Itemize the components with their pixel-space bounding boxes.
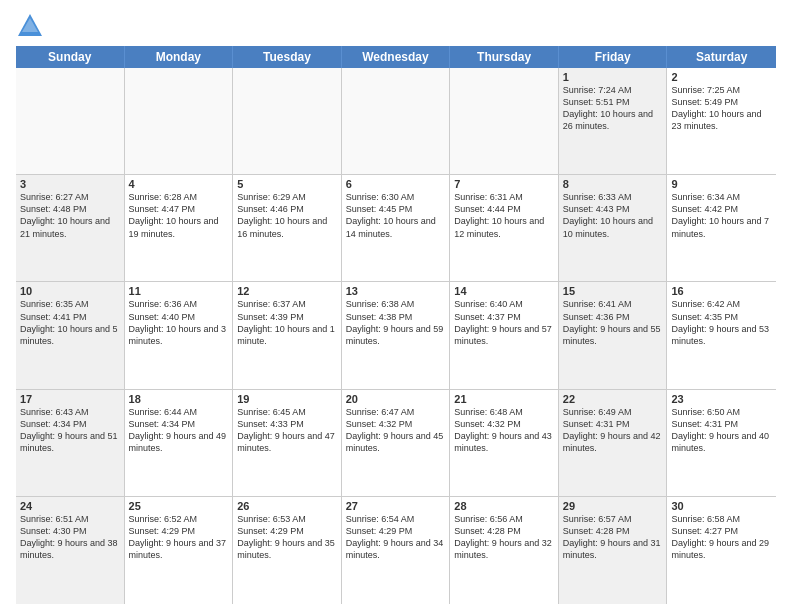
calendar-cell-4-0: 24Sunrise: 6:51 AM Sunset: 4:30 PM Dayli… <box>16 497 125 604</box>
day-number: 10 <box>20 285 120 297</box>
calendar-cell-3-4: 21Sunrise: 6:48 AM Sunset: 4:32 PM Dayli… <box>450 390 559 496</box>
calendar-row-3: 17Sunrise: 6:43 AM Sunset: 4:34 PM Dayli… <box>16 390 776 497</box>
calendar-cell-0-0 <box>16 68 125 174</box>
day-number: 26 <box>237 500 337 512</box>
day-number: 22 <box>563 393 663 405</box>
day-number: 13 <box>346 285 446 297</box>
weekday-header-monday: Monday <box>125 46 234 68</box>
day-info: Sunrise: 6:31 AM Sunset: 4:44 PM Dayligh… <box>454 191 554 240</box>
calendar-cell-4-6: 30Sunrise: 6:58 AM Sunset: 4:27 PM Dayli… <box>667 497 776 604</box>
day-number: 11 <box>129 285 229 297</box>
logo-icon <box>16 12 44 40</box>
day-number: 4 <box>129 178 229 190</box>
day-info: Sunrise: 6:47 AM Sunset: 4:32 PM Dayligh… <box>346 406 446 455</box>
day-number: 24 <box>20 500 120 512</box>
calendar-cell-2-0: 10Sunrise: 6:35 AM Sunset: 4:41 PM Dayli… <box>16 282 125 388</box>
calendar-cell-2-5: 15Sunrise: 6:41 AM Sunset: 4:36 PM Dayli… <box>559 282 668 388</box>
logo <box>16 12 48 40</box>
day-info: Sunrise: 6:48 AM Sunset: 4:32 PM Dayligh… <box>454 406 554 455</box>
calendar-cell-0-4 <box>450 68 559 174</box>
day-number: 9 <box>671 178 772 190</box>
day-info: Sunrise: 6:42 AM Sunset: 4:35 PM Dayligh… <box>671 298 772 347</box>
weekday-header-sunday: Sunday <box>16 46 125 68</box>
day-number: 17 <box>20 393 120 405</box>
calendar-cell-2-3: 13Sunrise: 6:38 AM Sunset: 4:38 PM Dayli… <box>342 282 451 388</box>
calendar-cell-0-2 <box>233 68 342 174</box>
calendar: SundayMondayTuesdayWednesdayThursdayFrid… <box>16 46 776 604</box>
day-number: 2 <box>671 71 772 83</box>
weekday-header-wednesday: Wednesday <box>342 46 451 68</box>
day-info: Sunrise: 6:27 AM Sunset: 4:48 PM Dayligh… <box>20 191 120 240</box>
calendar-header: SundayMondayTuesdayWednesdayThursdayFrid… <box>16 46 776 68</box>
day-number: 21 <box>454 393 554 405</box>
day-number: 12 <box>237 285 337 297</box>
day-info: Sunrise: 6:57 AM Sunset: 4:28 PM Dayligh… <box>563 513 663 562</box>
page: SundayMondayTuesdayWednesdayThursdayFrid… <box>0 0 792 612</box>
day-info: Sunrise: 6:36 AM Sunset: 4:40 PM Dayligh… <box>129 298 229 347</box>
calendar-cell-1-3: 6Sunrise: 6:30 AM Sunset: 4:45 PM Daylig… <box>342 175 451 281</box>
day-info: Sunrise: 6:41 AM Sunset: 4:36 PM Dayligh… <box>563 298 663 347</box>
weekday-header-saturday: Saturday <box>667 46 776 68</box>
calendar-cell-2-1: 11Sunrise: 6:36 AM Sunset: 4:40 PM Dayli… <box>125 282 234 388</box>
day-info: Sunrise: 6:50 AM Sunset: 4:31 PM Dayligh… <box>671 406 772 455</box>
day-number: 8 <box>563 178 663 190</box>
calendar-cell-4-5: 29Sunrise: 6:57 AM Sunset: 4:28 PM Dayli… <box>559 497 668 604</box>
calendar-cell-4-2: 26Sunrise: 6:53 AM Sunset: 4:29 PM Dayli… <box>233 497 342 604</box>
day-info: Sunrise: 6:34 AM Sunset: 4:42 PM Dayligh… <box>671 191 772 240</box>
calendar-cell-0-3 <box>342 68 451 174</box>
calendar-row-2: 10Sunrise: 6:35 AM Sunset: 4:41 PM Dayli… <box>16 282 776 389</box>
day-info: Sunrise: 6:37 AM Sunset: 4:39 PM Dayligh… <box>237 298 337 347</box>
header <box>16 12 776 40</box>
calendar-cell-3-3: 20Sunrise: 6:47 AM Sunset: 4:32 PM Dayli… <box>342 390 451 496</box>
day-info: Sunrise: 6:53 AM Sunset: 4:29 PM Dayligh… <box>237 513 337 562</box>
day-number: 3 <box>20 178 120 190</box>
calendar-cell-3-1: 18Sunrise: 6:44 AM Sunset: 4:34 PM Dayli… <box>125 390 234 496</box>
day-info: Sunrise: 6:35 AM Sunset: 4:41 PM Dayligh… <box>20 298 120 347</box>
day-number: 25 <box>129 500 229 512</box>
day-info: Sunrise: 6:40 AM Sunset: 4:37 PM Dayligh… <box>454 298 554 347</box>
day-number: 28 <box>454 500 554 512</box>
calendar-cell-0-1 <box>125 68 234 174</box>
calendar-cell-1-0: 3Sunrise: 6:27 AM Sunset: 4:48 PM Daylig… <box>16 175 125 281</box>
calendar-body: 1Sunrise: 7:24 AM Sunset: 5:51 PM Daylig… <box>16 68 776 604</box>
calendar-cell-4-4: 28Sunrise: 6:56 AM Sunset: 4:28 PM Dayli… <box>450 497 559 604</box>
day-number: 1 <box>563 71 663 83</box>
calendar-cell-1-2: 5Sunrise: 6:29 AM Sunset: 4:46 PM Daylig… <box>233 175 342 281</box>
day-info: Sunrise: 6:43 AM Sunset: 4:34 PM Dayligh… <box>20 406 120 455</box>
calendar-cell-0-6: 2Sunrise: 7:25 AM Sunset: 5:49 PM Daylig… <box>667 68 776 174</box>
day-number: 18 <box>129 393 229 405</box>
calendar-cell-1-6: 9Sunrise: 6:34 AM Sunset: 4:42 PM Daylig… <box>667 175 776 281</box>
day-number: 14 <box>454 285 554 297</box>
day-number: 29 <box>563 500 663 512</box>
calendar-cell-2-2: 12Sunrise: 6:37 AM Sunset: 4:39 PM Dayli… <box>233 282 342 388</box>
calendar-cell-3-0: 17Sunrise: 6:43 AM Sunset: 4:34 PM Dayli… <box>16 390 125 496</box>
day-number: 20 <box>346 393 446 405</box>
calendar-cell-1-4: 7Sunrise: 6:31 AM Sunset: 4:44 PM Daylig… <box>450 175 559 281</box>
calendar-row-0: 1Sunrise: 7:24 AM Sunset: 5:51 PM Daylig… <box>16 68 776 175</box>
day-info: Sunrise: 6:45 AM Sunset: 4:33 PM Dayligh… <box>237 406 337 455</box>
day-info: Sunrise: 6:52 AM Sunset: 4:29 PM Dayligh… <box>129 513 229 562</box>
day-info: Sunrise: 6:30 AM Sunset: 4:45 PM Dayligh… <box>346 191 446 240</box>
day-number: 27 <box>346 500 446 512</box>
day-info: Sunrise: 7:25 AM Sunset: 5:49 PM Dayligh… <box>671 84 772 133</box>
day-info: Sunrise: 6:49 AM Sunset: 4:31 PM Dayligh… <box>563 406 663 455</box>
day-number: 19 <box>237 393 337 405</box>
day-info: Sunrise: 6:56 AM Sunset: 4:28 PM Dayligh… <box>454 513 554 562</box>
weekday-header-friday: Friday <box>559 46 668 68</box>
day-info: Sunrise: 6:54 AM Sunset: 4:29 PM Dayligh… <box>346 513 446 562</box>
day-info: Sunrise: 6:33 AM Sunset: 4:43 PM Dayligh… <box>563 191 663 240</box>
calendar-row-1: 3Sunrise: 6:27 AM Sunset: 4:48 PM Daylig… <box>16 175 776 282</box>
calendar-cell-1-5: 8Sunrise: 6:33 AM Sunset: 4:43 PM Daylig… <box>559 175 668 281</box>
calendar-cell-0-5: 1Sunrise: 7:24 AM Sunset: 5:51 PM Daylig… <box>559 68 668 174</box>
calendar-cell-3-6: 23Sunrise: 6:50 AM Sunset: 4:31 PM Dayli… <box>667 390 776 496</box>
calendar-cell-4-1: 25Sunrise: 6:52 AM Sunset: 4:29 PM Dayli… <box>125 497 234 604</box>
weekday-header-thursday: Thursday <box>450 46 559 68</box>
calendar-cell-2-4: 14Sunrise: 6:40 AM Sunset: 4:37 PM Dayli… <box>450 282 559 388</box>
day-number: 16 <box>671 285 772 297</box>
calendar-cell-3-5: 22Sunrise: 6:49 AM Sunset: 4:31 PM Dayli… <box>559 390 668 496</box>
day-info: Sunrise: 6:38 AM Sunset: 4:38 PM Dayligh… <box>346 298 446 347</box>
calendar-cell-4-3: 27Sunrise: 6:54 AM Sunset: 4:29 PM Dayli… <box>342 497 451 604</box>
day-number: 30 <box>671 500 772 512</box>
day-info: Sunrise: 6:44 AM Sunset: 4:34 PM Dayligh… <box>129 406 229 455</box>
day-info: Sunrise: 7:24 AM Sunset: 5:51 PM Dayligh… <box>563 84 663 133</box>
